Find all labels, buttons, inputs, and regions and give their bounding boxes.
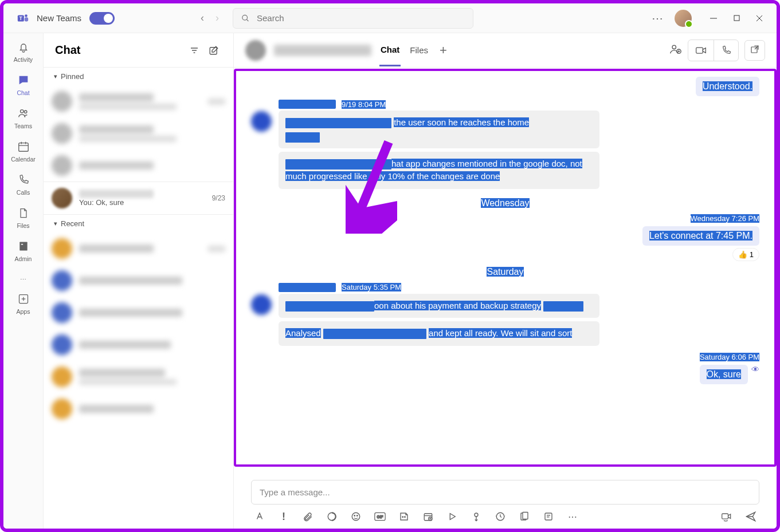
rail-chat[interactable]: Chat xyxy=(3,73,43,96)
svg-rect-49 xyxy=(545,513,552,520)
conversation-header: Chat Files + xyxy=(234,33,777,68)
people-icon xyxy=(17,107,30,120)
approval-button[interactable] xyxy=(470,510,483,523)
format-button[interactable] xyxy=(253,510,266,523)
chat-icon xyxy=(17,73,30,87)
message-list[interactable]: Understood. 9/19 8:04 PM the user soon h… xyxy=(234,68,777,474)
contact-avatar[interactable] xyxy=(245,40,266,61)
svg-rect-3 xyxy=(25,17,28,21)
attach-button[interactable] xyxy=(301,510,314,523)
svg-rect-52 xyxy=(722,514,728,519)
minimize-button[interactable] xyxy=(702,7,725,30)
svg-point-25 xyxy=(672,45,676,49)
message-out[interactable]: Let's connect at 7:45 PM.👍 1 xyxy=(251,226,759,261)
svg-rect-16 xyxy=(19,242,27,251)
new-chat-button[interactable] xyxy=(206,42,222,58)
rail-apps[interactable]: Apps xyxy=(3,292,43,315)
schedule-meeting-button[interactable] xyxy=(422,510,434,523)
close-button[interactable] xyxy=(748,7,771,30)
chat-list-panel: Chat Pinned You: Ok, sure 9/23 Recent xyxy=(44,33,234,529)
maximize-button[interactable] xyxy=(725,7,748,30)
message-in-group[interactable]: 9/19 8:04 PM the user soon he reaches th… xyxy=(251,100,759,192)
svg-point-35 xyxy=(357,515,358,517)
emoji-button[interactable] xyxy=(350,510,362,523)
rail-teams[interactable]: Teams xyxy=(3,107,43,129)
svg-point-2 xyxy=(25,14,28,17)
svg-text:T: T xyxy=(19,15,22,21)
record-video-button[interactable] xyxy=(720,510,733,523)
chat-row-active[interactable]: You: Ok, sure 9/23 xyxy=(44,182,233,215)
reaction-badge[interactable]: 👍 1 xyxy=(732,248,759,261)
user-avatar[interactable] xyxy=(675,10,692,27)
nav-back-button[interactable]: ‹ xyxy=(201,12,204,24)
svg-point-11 xyxy=(24,111,27,113)
message-timestamp: Wednesday 7:26 PM xyxy=(691,214,759,223)
svg-point-10 xyxy=(20,110,23,113)
message-in-group[interactable]: Saturday 5:35 PM oon about his payment a… xyxy=(251,283,759,349)
stream-button[interactable] xyxy=(446,510,458,523)
svg-rect-17 xyxy=(21,244,22,245)
compose-area: Type a message... ! GIF ⋯ xyxy=(234,474,777,529)
app-rail: Activity Chat Teams Calendar Calls Files… xyxy=(3,33,44,529)
rail-admin[interactable]: Admin xyxy=(3,239,43,262)
call-buttons xyxy=(688,40,739,61)
file-icon xyxy=(17,206,30,220)
search-input[interactable] xyxy=(233,8,473,29)
actions-button[interactable] xyxy=(518,510,531,523)
nav-forward-button[interactable]: › xyxy=(215,12,219,24)
svg-text:GIF: GIF xyxy=(377,515,383,519)
more-options-button[interactable]: ⋯ xyxy=(652,11,664,25)
viva-button[interactable] xyxy=(494,510,507,523)
send-button[interactable] xyxy=(744,510,757,523)
sticker-button[interactable] xyxy=(398,510,410,523)
svg-rect-12 xyxy=(18,143,28,152)
svg-point-45 xyxy=(475,513,478,517)
phone-icon xyxy=(17,173,30,187)
video-call-button[interactable] xyxy=(688,40,714,61)
rail-calendar[interactable]: Calendar xyxy=(3,140,43,163)
priority-button[interactable]: ! xyxy=(277,510,290,523)
conversation-panel: Chat Files + Understood. 9/19 8:04 PM th… xyxy=(234,33,777,529)
sender-name-redacted xyxy=(279,100,336,109)
message-timestamp: 9/19 8:04 PM xyxy=(342,100,386,109)
avatar xyxy=(52,188,72,208)
titlebar: T New Teams ‹ › ⋯ xyxy=(3,3,777,33)
search-icon xyxy=(241,14,250,23)
svg-point-4 xyxy=(242,15,248,20)
date-separator: Saturday xyxy=(251,267,759,277)
add-tab-button[interactable]: + xyxy=(440,43,447,58)
apps-icon xyxy=(17,292,30,306)
tab-files[interactable]: Files xyxy=(409,35,429,65)
rail-files[interactable]: Files xyxy=(3,206,43,229)
rail-calls[interactable]: Calls xyxy=(3,173,43,196)
sender-avatar xyxy=(251,111,272,132)
message-timestamp: Saturday 6:06 PM xyxy=(700,353,759,361)
section-recent[interactable]: Recent xyxy=(44,215,233,232)
gif-button[interactable]: GIF xyxy=(374,510,386,523)
section-pinned[interactable]: Pinned xyxy=(44,68,233,85)
svg-point-34 xyxy=(354,515,355,517)
chat-preview: You: Ok, sure xyxy=(79,198,205,207)
loop-button[interactable] xyxy=(326,510,338,523)
teams-logo-icon: T xyxy=(16,11,30,25)
polly-button[interactable] xyxy=(542,510,555,523)
rail-more[interactable]: ⋯ xyxy=(3,273,43,286)
calendar-icon xyxy=(17,140,30,153)
audio-call-button[interactable] xyxy=(714,40,738,61)
people-add-button[interactable] xyxy=(669,43,682,58)
compose-more-button[interactable]: ⋯ xyxy=(566,510,579,523)
message-input[interactable]: Type a message... xyxy=(251,480,759,505)
bell-icon xyxy=(17,40,30,54)
sender-name-redacted xyxy=(279,283,336,292)
seen-icon: 👁 xyxy=(751,365,759,384)
filter-button[interactable] xyxy=(186,42,202,58)
new-teams-toggle[interactable] xyxy=(89,12,115,25)
svg-rect-7 xyxy=(734,15,739,21)
contact-name[interactable] xyxy=(274,45,371,56)
message-out[interactable]: Understood. xyxy=(251,77,759,96)
popout-button[interactable] xyxy=(744,40,765,61)
message-out[interactable]: Ok, sure👁 xyxy=(251,365,759,384)
tab-chat[interactable]: Chat xyxy=(379,34,401,66)
rail-activity[interactable]: Activity xyxy=(3,40,43,63)
svg-point-39 xyxy=(405,517,406,518)
